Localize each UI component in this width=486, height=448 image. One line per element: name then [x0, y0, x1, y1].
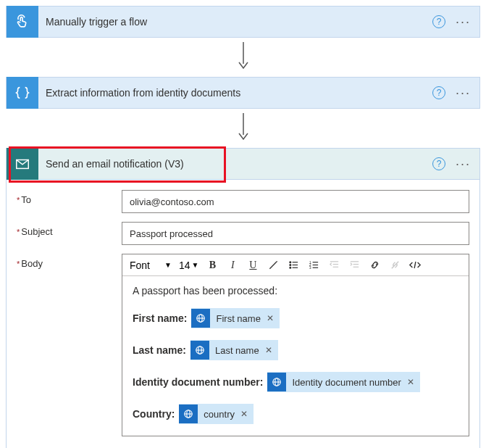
dynamic-content-icon [190, 341, 209, 360]
more-icon[interactable]: ··· [456, 157, 471, 170]
step-title: Extract information from identity docume… [38, 87, 432, 99]
step-title: Manually trigger a flow [38, 16, 432, 28]
token-remove-icon[interactable]: ✕ [267, 313, 274, 323]
more-icon[interactable]: ··· [456, 15, 471, 28]
code-view-button[interactable] [406, 256, 424, 275]
body-label: Body [17, 254, 122, 269]
to-label: To [17, 190, 122, 205]
help-icon[interactable]: ? [432, 15, 445, 28]
connector-arrow [6, 109, 480, 148]
chevron-down-icon: ▼ [164, 261, 172, 269]
italic-button[interactable]: I [223, 256, 242, 275]
step-title: Send an email notification (V3) [38, 158, 432, 170]
step-email[interactable]: Send an email notification (V3) ? ··· [6, 148, 480, 180]
body-intro: A passport has been processed: [133, 285, 458, 296]
more-icon[interactable]: ··· [456, 86, 471, 99]
svg-point-3 [290, 262, 291, 263]
idnum-label: Identity document number: [133, 376, 263, 388]
mail-icon [7, 148, 38, 180]
dynamic-content-icon [267, 373, 286, 391]
svg-text:3: 3 [309, 266, 311, 270]
body-content[interactable]: A passport has been processed: First nam… [122, 276, 469, 436]
token-remove-icon[interactable]: ✕ [240, 409, 248, 419]
svg-line-23 [415, 262, 416, 268]
token-first-name[interactable]: First name ✕ [191, 308, 279, 328]
outdent-button[interactable] [324, 256, 343, 275]
country-label: Country: [133, 408, 175, 420]
chevron-down-icon: ▼ [192, 261, 199, 269]
touch-icon [7, 6, 38, 38]
bold-button[interactable]: B [203, 256, 222, 275]
step-extract[interactable]: Extract information from identity docume… [6, 77, 480, 109]
svg-point-5 [290, 265, 291, 266]
token-remove-icon[interactable]: ✕ [265, 345, 272, 355]
token-idnum[interactable]: Identity document number ✕ [267, 372, 419, 392]
font-select[interactable]: Font▼ [127, 258, 175, 273]
first-name-label: First name: [133, 312, 187, 324]
token-last-name[interactable]: Last name ✕ [190, 340, 278, 360]
connector-arrow [6, 38, 480, 77]
to-input[interactable] [122, 190, 469, 213]
step-trigger[interactable]: Manually trigger a flow ? ··· [6, 6, 480, 38]
link-button[interactable] [365, 256, 384, 275]
numbered-list-button[interactable]: 123 [304, 256, 323, 275]
indent-button[interactable] [345, 256, 364, 275]
subject-input[interactable] [122, 222, 469, 245]
underline-button[interactable]: U [243, 256, 262, 275]
bullet-list-button[interactable] [284, 256, 303, 275]
body-editor: Font▼ 14▼ B I U 123 [122, 254, 469, 436]
token-country[interactable]: country ✕ [179, 404, 254, 424]
email-panel: To Subject Body Font▼ 14▼ B I U [6, 180, 480, 448]
svg-point-7 [290, 267, 291, 268]
color-button[interactable] [264, 256, 282, 275]
dynamic-content-icon [179, 405, 198, 423]
help-icon[interactable]: ? [432, 157, 445, 170]
dynamic-content-icon [191, 309, 210, 328]
unlink-button[interactable] [385, 256, 404, 275]
brackets-icon [7, 77, 38, 109]
editor-toolbar: Font▼ 14▼ B I U 123 [122, 254, 469, 276]
subject-label: Subject [17, 222, 122, 237]
size-select[interactable]: 14▼ [176, 260, 201, 271]
token-remove-icon[interactable]: ✕ [407, 377, 414, 387]
help-icon[interactable]: ? [432, 86, 445, 99]
last-name-label: Last name: [133, 344, 186, 356]
